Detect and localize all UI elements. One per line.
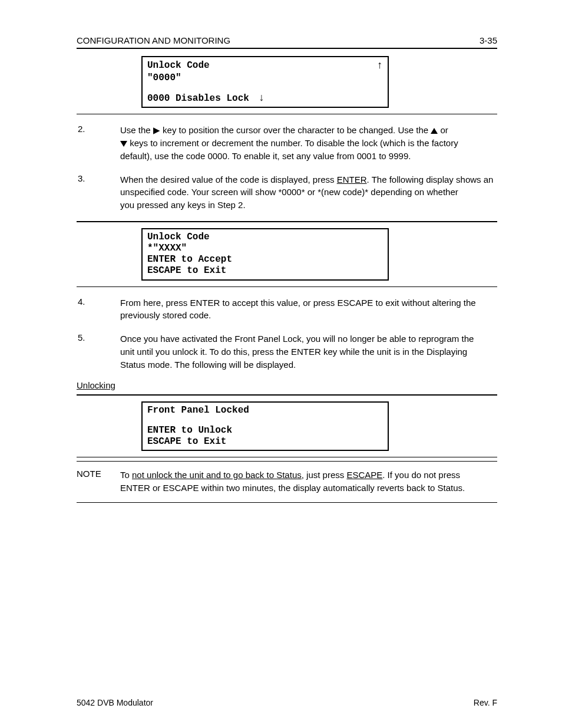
divider-4	[77, 394, 497, 396]
arrow-up-icon	[376, 60, 383, 73]
note-label: NOTE	[77, 469, 106, 479]
lcd1-line2: "0000"	[147, 73, 383, 84]
s4-t2: to accept this value, or press	[220, 298, 337, 308]
step-5-label: 5.	[78, 332, 119, 371]
n-escape2: ESCAPE	[163, 483, 199, 493]
header-left: CONFIGURATION AND MONITORING	[77, 35, 230, 45]
step-2-text: Use the ▶ key to position the cursor ove…	[120, 124, 496, 162]
step-2-label: 2.	[78, 124, 119, 162]
triangle-up-icon	[431, 128, 438, 134]
n-or: or	[150, 483, 163, 493]
header-divider	[77, 48, 497, 49]
n-not: not	[132, 470, 144, 480]
s2-t5: default), use the code 0000. To enable i…	[120, 151, 411, 161]
divider-5	[77, 457, 497, 457]
s4-enter: ENTER	[190, 298, 220, 308]
lcd1-line3: 0000 Disables Lock	[147, 93, 249, 104]
footer-left: 5042 DVB Modulator	[77, 698, 153, 707]
lcd2-line3: ENTER to Accept	[147, 254, 383, 265]
s3-t1: When the desired value of the code is di…	[120, 174, 337, 185]
page-footer: 5042 DVB Modulator Rev. F	[77, 698, 497, 707]
s2-t1: Use the	[120, 125, 153, 135]
unlocking-heading: Unlocking	[77, 380, 115, 390]
divider-6	[77, 461, 497, 462]
lcd-display-2: Unlock Code *"XXXX" ENTER to Accept ESCA…	[141, 228, 389, 281]
lcd3-line2: ENTER to Unlock	[147, 425, 383, 436]
lcd-display-3: Front Panel Locked ENTER to Unlock ESCAP…	[141, 401, 389, 451]
s5-t1: Once you have activated the Front Panel …	[120, 334, 474, 344]
s3-code0: *0000*	[279, 187, 305, 197]
n-t1: To	[120, 470, 132, 480]
right-arrow-icon: ▶	[153, 125, 160, 135]
s2-t2: key to position the cursor over the char…	[160, 125, 431, 135]
note-body: To not unlock the unit and to go back to…	[120, 469, 465, 495]
lcd2-line1: Unlock Code	[147, 232, 383, 243]
divider-7	[77, 502, 497, 503]
n-t2b: just press	[304, 470, 347, 480]
n-t2a: unlock the unit and to go back to Status…	[144, 470, 304, 480]
s3-or: or	[305, 187, 318, 197]
s5-t3: key while the unit is in the Displaying	[321, 347, 467, 357]
arrow-down-icon	[258, 93, 265, 104]
s4-t4: previously stored code.	[120, 310, 211, 320]
s3-t5: you pressed any keys in Step 2.	[120, 200, 246, 210]
s3-t4: depending on whether	[368, 187, 458, 197]
step-5-text: Once you have activated the Front Panel …	[120, 332, 496, 371]
lcd2-line4: ESCAPE to Exit	[147, 265, 383, 276]
step-3-text: When the desired value of the code is di…	[120, 173, 496, 212]
n-t4: within two minutes, the display automati…	[199, 483, 465, 493]
s5-t4: Status mode. The following will be displ…	[120, 360, 296, 370]
s5-t2: unit until you unlock it. To do this, pr…	[120, 347, 291, 357]
lcd1-line1: Unlock Code	[147, 60, 210, 71]
lcd3-line1: Front Panel Locked	[147, 405, 383, 416]
n-t3: . If you do not press	[382, 470, 460, 480]
divider-1	[77, 114, 497, 114]
divider-3	[77, 286, 497, 287]
s3-t2: . The following display shows an	[367, 174, 494, 185]
s5-enter: ENTER	[291, 347, 321, 357]
step-4-label: 4.	[78, 297, 119, 322]
n-escape: ESCAPE	[346, 470, 382, 480]
s4-t1: From here, press	[120, 298, 190, 308]
n-enter2: ENTER	[120, 483, 150, 493]
step-3-label: 3.	[78, 173, 119, 212]
header-right: 3-35	[480, 35, 497, 45]
s3-t3: unspecified code. Your screen will show	[120, 187, 279, 197]
s4-escape: ESCAPE	[337, 298, 373, 308]
s3-enter: ENTER	[337, 174, 367, 185]
lcd-display-1: Unlock Code "0000" 0000 Disables Lock	[141, 56, 389, 108]
s4-t3: to exit without altering the	[373, 298, 475, 308]
step-4-text: From here, press ENTER to accept this va…	[120, 297, 496, 322]
triangle-down-icon	[120, 141, 127, 147]
s3-codenew: *(new code)*	[318, 187, 368, 197]
s2-t3: or	[438, 125, 448, 135]
s2-t4: keys to increment or decrement the numbe…	[127, 138, 458, 148]
lcd2-line2: *"XXXX"	[147, 243, 383, 254]
lcd3-line3: ESCAPE to Exit	[147, 436, 383, 447]
divider-2	[77, 221, 497, 222]
footer-right: Rev. F	[474, 698, 497, 707]
